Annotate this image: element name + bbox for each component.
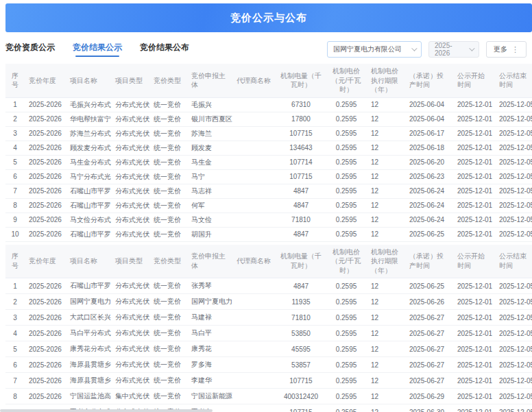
table-cell: 统一竞价 bbox=[149, 341, 187, 357]
table-cell: 分布式光伏 bbox=[111, 373, 149, 389]
table-cell: 0.2595 bbox=[326, 213, 367, 227]
table-cell: 2025-12-01 bbox=[453, 389, 495, 404]
table-cell: 0.2595 bbox=[326, 326, 367, 341]
table-cell: 0.2595 bbox=[326, 198, 367, 213]
table-cell: 2025-12-05 bbox=[495, 213, 532, 227]
table-cell: 12 bbox=[367, 213, 405, 227]
table-cell: 53857 bbox=[276, 357, 326, 373]
more-button[interactable]: 更多 ⋮ bbox=[486, 41, 527, 58]
table-cell: 2025-2026 bbox=[25, 373, 66, 389]
table-row: 62025-2026马宁分布式光...分布式光伏统一竞价马宁1077150.25… bbox=[5, 169, 532, 184]
company-select[interactable]: 国网宁夏电力有限公司 bbox=[327, 41, 422, 58]
table-cell: 9 bbox=[5, 213, 25, 227]
table-cell: 统一竞价 bbox=[149, 213, 187, 227]
table-cell: 统一竞价 bbox=[149, 326, 187, 341]
table-row: 92025-2026马文俭分布式...分布式光伏统一竞价马文俭718100.25… bbox=[5, 213, 532, 227]
table-cell: 2025-06-27 bbox=[405, 326, 453, 341]
table-cell: 12 bbox=[367, 389, 405, 404]
column-header: 竞价年度 bbox=[25, 245, 66, 278]
table-cell: 2025-06-23 bbox=[405, 169, 453, 184]
table-cell: 12 bbox=[367, 126, 405, 141]
table-row: 102025-2026石嘴山市平罗...分布式光伏统一竞价胡国升48470.25… bbox=[5, 227, 532, 241]
table-cell: 2025-06-04 bbox=[405, 112, 453, 126]
table-cell: 海原县贯塘乡... bbox=[66, 357, 111, 373]
table-cell: 宁国运盐池高... bbox=[66, 389, 111, 404]
table-cell: 8 bbox=[5, 389, 25, 404]
year-select[interactable]: 2025-2026 bbox=[428, 41, 479, 58]
column-header: 公示结束时间 bbox=[495, 64, 532, 97]
column-header: 公示开始时间 bbox=[453, 245, 495, 278]
table-cell: 17800 bbox=[276, 112, 326, 126]
table-cell: 马文俭分布式... bbox=[66, 213, 111, 227]
table-cell: 2025-2026 bbox=[25, 141, 66, 155]
table-cell: 集中式光伏 bbox=[111, 389, 149, 404]
column-header: 项目类型 bbox=[111, 64, 149, 97]
horizontal-scrollbar[interactable] bbox=[0, 409, 532, 412]
more-button-label: 更多 bbox=[494, 45, 507, 54]
table-row: 52025-2026康秀花分布式...分布式光伏统一竞价康秀花455950.25… bbox=[5, 341, 532, 357]
table-cell bbox=[232, 278, 276, 294]
table-row: 72025-2026海原县贯塘乡...分布式光伏统一竞价李建华1077150.2… bbox=[5, 373, 532, 389]
table-cell: 6 bbox=[5, 169, 25, 184]
table-cell bbox=[232, 310, 276, 326]
table-cell: 顾发麦 bbox=[187, 141, 232, 155]
table-row: 82025-2026石嘴山市平罗...分布式光伏统一竞价何军48470.2595… bbox=[5, 198, 532, 213]
table-2-body: 12025-2026石嘴山市平罗...分布式光伏统一竞价张秀琴48470.259… bbox=[5, 278, 532, 412]
table-cell: 12 bbox=[367, 227, 405, 241]
table-cell: 4 bbox=[5, 141, 25, 155]
table-cell: 马建禄 bbox=[187, 310, 232, 326]
table-cell: 石嘴山市平罗... bbox=[66, 278, 111, 294]
column-header: 项目名称 bbox=[66, 64, 111, 97]
column-header: 机制电价（元/千瓦时） bbox=[326, 245, 367, 278]
tab-bidding-result-announcement[interactable]: 竞价结果公布 bbox=[140, 42, 189, 57]
table-cell: 统一竞价 bbox=[149, 126, 187, 141]
table-cell: 2025-2026 bbox=[25, 169, 66, 184]
table-cell: 4 bbox=[5, 326, 25, 341]
table-cell: 2025-06-17 bbox=[405, 126, 453, 141]
table-cell: 2025-12-01 bbox=[453, 184, 495, 198]
horizontal-scrollbar-thumb[interactable] bbox=[0, 409, 213, 412]
table-cell: 4847 bbox=[276, 278, 326, 294]
table-cell: 2025-06-24 bbox=[405, 213, 453, 227]
table-cell: 马白平分布式... bbox=[66, 326, 111, 341]
tab-bidding-result-publicity[interactable]: 竞价结果公示 bbox=[73, 42, 122, 57]
table-cell: 统一竞价 bbox=[149, 112, 187, 126]
column-header: 机制电价执行期限（年） bbox=[367, 64, 405, 97]
table-cell: 12 bbox=[367, 373, 405, 389]
table-cell bbox=[232, 326, 276, 341]
table-cell: 12 bbox=[367, 341, 405, 357]
table-cell: 2025-12-05 bbox=[495, 97, 532, 112]
table-cell: 李建华 bbox=[187, 373, 232, 389]
table-cell: 石嘴山市平罗... bbox=[66, 184, 111, 198]
table-cell: 苏海兰分布式... bbox=[66, 126, 111, 141]
table-cell: 2 bbox=[5, 294, 25, 310]
table-cell bbox=[232, 213, 276, 227]
table-cell: 2025-2026 bbox=[25, 112, 66, 126]
table-cell: 1 bbox=[5, 278, 25, 294]
tab-bidding-qualification-publicity[interactable]: 竞价资质公示 bbox=[5, 42, 55, 57]
table-cell bbox=[232, 169, 276, 184]
table-cell: 分布式光伏 bbox=[111, 357, 149, 373]
table-cell: 统一竞价 bbox=[149, 227, 187, 241]
table-cell: 2025-12-05 bbox=[495, 310, 532, 326]
company-select-value: 国网宁夏电力有限公司 bbox=[333, 45, 402, 54]
table-cell: 12 bbox=[367, 184, 405, 198]
table-cell bbox=[232, 112, 276, 126]
table-cell: 张秀琴 bbox=[187, 278, 232, 294]
table-cell: 1 bbox=[5, 97, 25, 112]
table-row: 42025-2026马白平分布式...分布式光伏统一竞价马白平538500.25… bbox=[5, 326, 532, 341]
table-cell: 分布式光伏 bbox=[111, 278, 149, 294]
table-cell: 107715 bbox=[276, 169, 326, 184]
table-cell: 3 bbox=[5, 310, 25, 326]
table-cell: 2025-12-05 bbox=[495, 357, 532, 373]
table-cell: 0.2595 bbox=[326, 97, 367, 112]
table-cell: 2025-12-01 bbox=[453, 294, 495, 310]
table-cell bbox=[232, 97, 276, 112]
table-cell: 0.2595 bbox=[326, 341, 367, 357]
table-cell: 石嘴山市平罗... bbox=[66, 227, 111, 241]
table-cell: 毛振兴分布式... bbox=[66, 97, 111, 112]
year-select-value: 2025-2026 bbox=[435, 42, 465, 57]
table-cell: 2025-12-01 bbox=[453, 198, 495, 213]
table-cell: 0.2595 bbox=[326, 278, 367, 294]
tab-bar: 竞价资质公示 竞价结果公示 竞价结果公布 bbox=[5, 42, 189, 57]
